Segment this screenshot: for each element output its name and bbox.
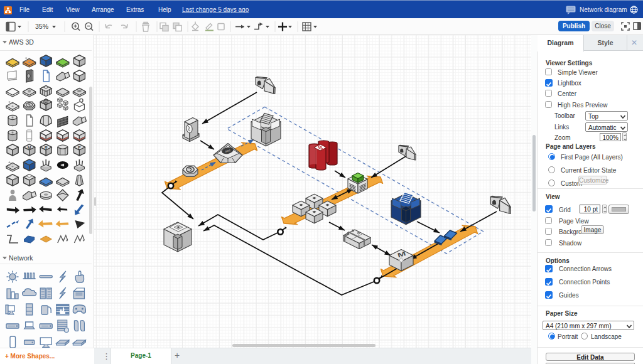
svg-text:35%: 35% (35, 23, 48, 30)
svg-text:M: M (28, 146, 31, 150)
svg-text:R: R (45, 146, 48, 150)
svg-text:E: E (78, 146, 81, 150)
